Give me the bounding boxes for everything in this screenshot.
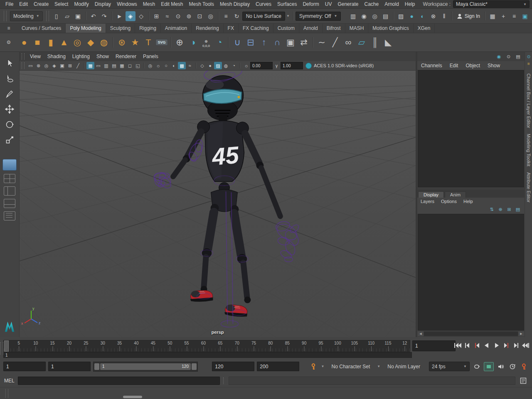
- platonic-solid-icon[interactable]: ⊛: [115, 35, 128, 50]
- step-forward-key-button[interactable]: [502, 341, 511, 350]
- scroll-track[interactable]: [424, 332, 518, 336]
- menu-file[interactable]: File: [2, 1, 16, 7]
- channel-box-list[interactable]: [418, 70, 524, 187]
- lookdev-view-icon[interactable]: ◐: [418, 11, 428, 21]
- playback-start-field[interactable]: [48, 362, 91, 371]
- play-backwards-button[interactable]: [482, 341, 491, 350]
- bookmark-view-icon[interactable]: ◈: [50, 62, 58, 69]
- safe-title-icon[interactable]: ◱: [134, 62, 142, 69]
- time-slider-track[interactable]: 5 10 15 20 25 30 35 40 45 50 55 60 65 70…: [3, 340, 410, 352]
- gamma-field[interactable]: [281, 62, 303, 69]
- layer-menu-layers[interactable]: Layers: [417, 199, 438, 204]
- shelf-tab-arnold[interactable]: Arnold: [299, 24, 323, 33]
- menu-help[interactable]: Help: [402, 1, 418, 7]
- chevron-down-icon[interactable]: ▼: [285, 12, 291, 20]
- save-scene-icon[interactable]: ▣: [73, 11, 83, 21]
- robot-character[interactable]: 45: [173, 76, 281, 318]
- shelf-tab-rigging[interactable]: Rigging: [135, 24, 161, 33]
- drag-handle[interactable]: [22, 62, 25, 69]
- shelf-tab-custom[interactable]: Custom: [273, 24, 299, 33]
- cached-playback-toggle[interactable]: [484, 362, 494, 371]
- multi-cut-icon[interactable]: ╱: [328, 35, 342, 50]
- ipr-render-icon[interactable]: ◎: [370, 11, 380, 21]
- move-tool-icon[interactable]: [3, 103, 16, 115]
- range-slider[interactable]: 1 120: [93, 362, 198, 372]
- menu-mesh-tools[interactable]: Mesh Tools: [186, 1, 217, 7]
- lasso-tool-icon[interactable]: [3, 72, 16, 85]
- symmetry-dropdown[interactable]: Symmetry: Off ▼: [296, 12, 341, 21]
- tab-channel-box-layer-editor[interactable]: Channel Box / Layer Editor: [526, 73, 531, 128]
- ui-elements-icon[interactable]: ≡: [509, 11, 519, 21]
- poly-cone-icon[interactable]: ▲: [57, 35, 71, 50]
- step-back-frame-button[interactable]: [463, 341, 472, 350]
- current-frame-field[interactable]: [412, 340, 456, 351]
- select-tool-icon[interactable]: [3, 57, 16, 69]
- snap-to-point-icon[interactable]: ⊙: [173, 11, 183, 21]
- rotate-tool-icon[interactable]: [3, 118, 16, 131]
- snap-to-curve-icon[interactable]: ≈: [163, 11, 172, 21]
- menu-select[interactable]: Select: [52, 1, 71, 7]
- drag-handle[interactable]: [46, 11, 49, 21]
- hypershade-icon[interactable]: ●: [407, 11, 417, 21]
- isolate-select-icon[interactable]: ◎: [146, 62, 154, 69]
- pin-selection-icon[interactable]: ⊙: [505, 53, 512, 60]
- xray-mode-icon[interactable]: ◔: [230, 62, 238, 69]
- create-at-origin-icon[interactable]: ● 0,0,0: [200, 35, 213, 50]
- workspace-dropdown[interactable]: Maya Classic* ▼: [453, 0, 530, 8]
- shaded-mode-icon[interactable]: ●: [206, 62, 214, 69]
- add-account-icon[interactable]: +: [498, 11, 508, 21]
- select-camera-icon[interactable]: ▭: [27, 62, 34, 69]
- safe-action-icon[interactable]: ◻: [126, 62, 134, 69]
- bevel-icon[interactable]: ◣: [382, 35, 395, 50]
- select-by-component-icon[interactable]: ◇: [136, 11, 146, 21]
- toolbox-visibility-icon[interactable]: ▣: [520, 11, 530, 21]
- menu-deform[interactable]: Deform: [300, 1, 322, 7]
- extrude-icon[interactable]: ↑: [257, 35, 271, 50]
- lighting-all-icon[interactable]: ☼: [154, 62, 162, 69]
- poly-disc-icon[interactable]: ◍: [97, 35, 111, 50]
- shelf-menu-icon[interactable]: ≡: [0, 25, 17, 31]
- textured-mode-icon[interactable]: ▨: [214, 62, 222, 69]
- drag-handle[interactable]: [22, 53, 25, 59]
- pause-viewport-icon[interactable]: ‖: [439, 11, 449, 21]
- chevron-down-icon[interactable]: ▼: [376, 362, 381, 371]
- render-current-frame-icon[interactable]: ◉: [359, 11, 369, 21]
- drag-handle[interactable]: [0, 342, 3, 355]
- menu-mesh-display[interactable]: Mesh Display: [217, 1, 253, 7]
- paint-selection-tool-icon[interactable]: [3, 88, 16, 100]
- camera-attributes-icon[interactable]: ◎: [42, 62, 50, 69]
- new-scene-icon[interactable]: ▯: [52, 11, 62, 21]
- poly-cube-icon[interactable]: ■: [31, 35, 44, 50]
- shelf-tab-curves-surfaces[interactable]: Curves / Surfaces: [17, 24, 66, 33]
- channel-menu-edit[interactable]: Edit: [446, 63, 462, 69]
- menu-mesh[interactable]: Mesh: [140, 1, 158, 7]
- poly-cylinder-icon[interactable]: ▮: [44, 35, 57, 50]
- screen-space-ao-icon[interactable]: ▩: [178, 62, 186, 69]
- quad-draw-icon[interactable]: ▱: [355, 35, 368, 50]
- svg-tool-icon[interactable]: SVG: [155, 35, 168, 50]
- live-surface-dropdown[interactable]: No Live Surface: [242, 12, 285, 21]
- layer-tab-anim[interactable]: Anim: [445, 191, 466, 198]
- make-live-icon[interactable]: ◎: [206, 11, 216, 21]
- shelf-tab-rendering[interactable]: Rendering: [192, 24, 223, 33]
- menu-modify[interactable]: Modify: [71, 1, 91, 7]
- channel-menu-show[interactable]: Show: [484, 63, 504, 69]
- render-view-icon[interactable]: ▥: [348, 11, 358, 21]
- grease-pencil-icon[interactable]: ╱: [74, 62, 82, 69]
- mirror-geometry-icon[interactable]: ⇄: [297, 35, 310, 50]
- channel-menu-channels[interactable]: Channels: [417, 63, 446, 69]
- gamma-icon[interactable]: γ: [273, 62, 281, 69]
- texture-view-icon[interactable]: ▨: [396, 11, 406, 21]
- lock-camera-icon[interactable]: ⊗: [34, 62, 42, 69]
- menu-cache[interactable]: Cache: [361, 1, 382, 7]
- panel-menu-view[interactable]: View: [27, 54, 44, 59]
- redo-icon[interactable]: ↷: [99, 11, 109, 21]
- sweep-mesh-icon[interactable]: ◔: [213, 35, 226, 50]
- range-start-handle[interactable]: [94, 363, 99, 370]
- playback-speed-icon[interactable]: [508, 362, 517, 371]
- menu-windows[interactable]: Windows: [114, 1, 140, 7]
- time-slider-substrip[interactable]: 1: [3, 352, 412, 358]
- panel-menu-shading[interactable]: Shading: [44, 54, 69, 59]
- play-forwards-button[interactable]: [492, 341, 501, 350]
- exposure-icon[interactable]: ☼: [242, 62, 250, 69]
